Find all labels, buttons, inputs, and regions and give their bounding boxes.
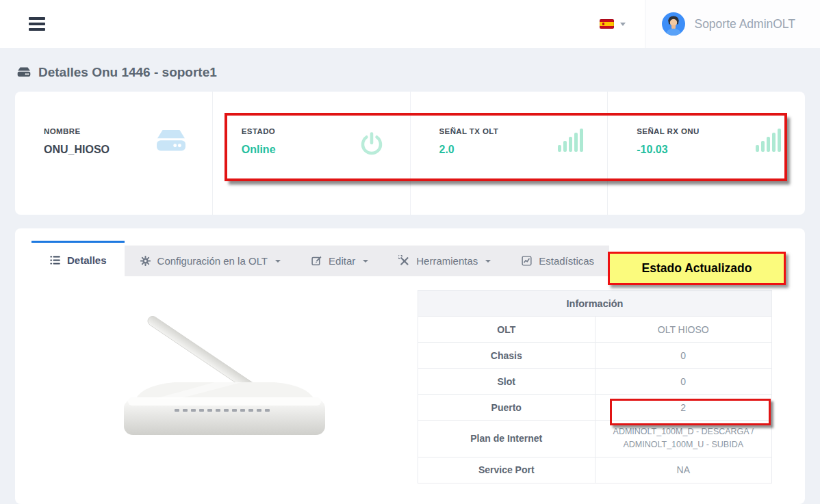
- table-row-service-port: Service Port NA: [418, 457, 772, 483]
- stat-label: NOMBRE: [44, 127, 110, 135]
- row-value: ADMINOLT_100M_D - DESCARGA / ADMINOLT_10…: [595, 421, 772, 457]
- table-header: Información: [418, 291, 772, 317]
- row-value: 0: [595, 369, 772, 395]
- tab-detalles[interactable]: Detalles: [31, 241, 125, 277]
- stat-value: -10.03: [637, 144, 700, 156]
- tab-label: Estadísticas: [539, 255, 594, 267]
- avatar: [662, 12, 685, 36]
- tab-label: Detalles: [67, 254, 107, 266]
- tab-label: Herramientas: [416, 255, 478, 267]
- row-value: OLT HIOSO: [595, 317, 772, 343]
- row-value: NA: [595, 457, 772, 483]
- chart-icon: [521, 255, 533, 267]
- stat-label: SEÑAL TX OLT: [439, 127, 499, 135]
- page-content: Detalles Onu 1446 - soporte1 NOMBRE ONU_…: [0, 65, 820, 504]
- stat-label: ESTADO: [242, 127, 276, 135]
- signal-bars-icon: [756, 129, 782, 155]
- row-label: Slot: [418, 369, 595, 395]
- chevron-down-icon: [620, 23, 626, 26]
- row-value: 0: [595, 343, 772, 369]
- tab-label: Configuración en la OLT: [157, 255, 268, 267]
- hamburger-icon: [29, 28, 45, 31]
- spain-flag-icon: [600, 19, 614, 29]
- table-row-chasis: Chasis 0: [418, 343, 772, 369]
- gear-icon: [140, 255, 151, 267]
- row-label: Plan de Internet: [418, 421, 595, 457]
- stat-senal-tx-olt: SEÑAL TX OLT 2.0: [410, 92, 608, 215]
- tab-label: Editar: [329, 255, 355, 267]
- table-row-slot: Slot 0: [418, 369, 772, 395]
- stat-value: 2.0: [439, 144, 499, 156]
- server-icon: [16, 66, 31, 79]
- tab-herramientas[interactable]: Herramientas: [383, 246, 506, 276]
- stat-estado: ESTADO Online: [212, 92, 410, 215]
- edit-icon: [311, 255, 322, 267]
- menu-toggle-button[interactable]: [26, 10, 48, 38]
- breadcrumb: Detalles Onu 1446 - soporte1: [16, 65, 805, 80]
- row-label: Puerto: [418, 395, 595, 421]
- tab-panel-detalles: Información OLT OLT HIOSO Chasis 0 Slot …: [31, 290, 789, 483]
- row-value: 2: [595, 395, 772, 421]
- list-icon: [49, 254, 61, 266]
- tab-editar[interactable]: Editar: [296, 246, 383, 276]
- power-icon: [357, 129, 387, 161]
- tools-icon: [398, 255, 410, 267]
- tab-estadisticas[interactable]: Estadísticas: [506, 246, 609, 276]
- signal-bars-icon: [558, 129, 584, 155]
- chevron-down-icon: [275, 260, 281, 263]
- information-table: Información OLT OLT HIOSO Chasis 0 Slot …: [418, 290, 772, 483]
- page-title: Detalles Onu 1446 - soporte1: [38, 65, 217, 80]
- hamburger-icon: [29, 23, 45, 26]
- stat-nombre: NOMBRE ONU_HIOSO: [15, 92, 212, 215]
- row-label: Chasis: [418, 343, 595, 369]
- user-menu[interactable]: Soporte AdminOLT: [645, 0, 820, 48]
- chevron-down-icon: [485, 260, 491, 263]
- server-icon: [153, 129, 189, 159]
- table-row-olt: OLT OLT HIOSO: [418, 317, 772, 343]
- stat-senal-rx-onu: SEÑAL RX ONU -10.03: [607, 92, 805, 215]
- row-label: OLT: [418, 317, 595, 343]
- stat-value: ONU_HIOSO: [44, 144, 110, 156]
- tab-configuracion-olt[interactable]: Configuración en la OLT: [125, 246, 296, 276]
- row-label: Service Port: [418, 457, 595, 483]
- stat-label: SEÑAL RX ONU: [637, 127, 700, 135]
- chevron-down-icon: [363, 260, 368, 263]
- onu-summary-card: NOMBRE ONU_HIOSO ESTADO Online: [15, 92, 805, 215]
- stat-value: Online: [242, 144, 276, 156]
- table-row-puerto: Puerto 2: [418, 395, 772, 421]
- tab-bar: Detalles: [31, 241, 610, 276]
- user-name: Soporte AdminOLT: [694, 17, 795, 31]
- hamburger-icon: [29, 17, 45, 21]
- language-selector[interactable]: [580, 0, 645, 48]
- table-row-plan-internet: Plan de Internet ADMINOLT_100M_D - DESCA…: [418, 421, 772, 457]
- onu-details-card: Detalles: [15, 228, 805, 504]
- top-navbar: Soporte AdminOLT: [0, 0, 820, 48]
- onu-product-image: [31, 290, 418, 483]
